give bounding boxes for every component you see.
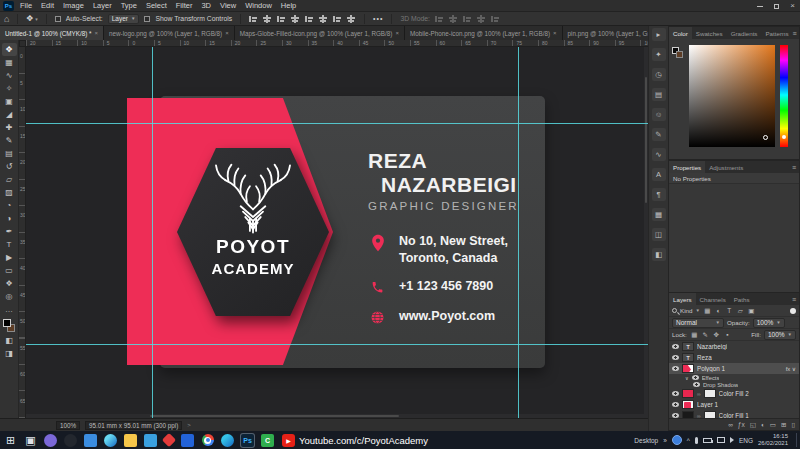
adjustment-layer-icon[interactable]: ◐ xyxy=(761,421,765,428)
taskbar-photoshop-icon[interactable]: Ps xyxy=(241,434,254,447)
libraries-icon[interactable]: ☺ xyxy=(652,108,666,121)
close-icon[interactable]: × xyxy=(225,30,229,36)
zoom-tool-icon[interactable]: ◎ xyxy=(2,290,17,303)
document-tab[interactable]: Mobile-Phone-icon.png @ 100% (Layer 1, R… xyxy=(405,26,563,40)
clock[interactable]: 16:15 26/02/2021 xyxy=(758,433,788,447)
brush-tool-icon[interactable]: ✎ xyxy=(2,134,17,147)
image-layer-thumbnail[interactable] xyxy=(682,400,694,409)
zoom-level-field[interactable]: 100% xyxy=(56,421,80,430)
properties-tab-properties[interactable]: Properties xyxy=(669,161,705,173)
maximize-icon[interactable] xyxy=(774,4,779,9)
history-brush-tool-icon[interactable]: ↺ xyxy=(2,160,17,173)
guide-horizontal-1[interactable] xyxy=(26,123,648,124)
home-icon[interactable]: ⌂ xyxy=(4,14,9,24)
fill-dropdown[interactable]: 100% ▼ xyxy=(764,330,796,340)
foreground-background-swatches[interactable] xyxy=(672,47,686,61)
color-tab-gradients[interactable]: Gradients xyxy=(727,27,762,39)
clone-stamp-tool-icon[interactable]: ▤ xyxy=(2,147,17,160)
pen-tool-icon[interactable]: ✒ xyxy=(2,225,17,238)
pixel-filter-icon[interactable]: ▦ xyxy=(703,307,712,315)
distribute-horizontal-icon[interactable] xyxy=(333,15,342,23)
taskbar-dropbox-icon[interactable] xyxy=(181,434,194,447)
taskbar-chrome-icon[interactable] xyxy=(201,434,214,447)
link-layers-icon[interactable]: ∞ xyxy=(728,421,733,428)
fill-color-thumbnail[interactable] xyxy=(682,389,694,398)
close-icon[interactable]: × xyxy=(553,30,557,36)
lock-all-icon[interactable]: ▪ xyxy=(723,331,732,339)
align-top-icon[interactable] xyxy=(291,15,300,23)
eraser-tool-icon[interactable]: ▱ xyxy=(2,173,17,186)
path-select-tool-icon[interactable]: ▶ xyxy=(2,251,17,264)
healing-tool-icon[interactable]: ✚ xyxy=(2,121,17,134)
lock-transparency-icon[interactable]: ▦ xyxy=(690,331,699,339)
align-middle-icon[interactable] xyxy=(305,15,314,23)
layer-mask-icon[interactable]: ◱ xyxy=(750,421,756,429)
color-tab-swatches[interactable]: Swatches xyxy=(692,27,727,39)
opacity-dropdown[interactable]: 100% ▼ xyxy=(753,318,785,328)
close-icon[interactable]: × xyxy=(395,30,399,36)
layer-row-effects[interactable]: ∨Effects xyxy=(669,374,799,381)
delete-layer-icon[interactable]: ▯ xyxy=(791,421,795,429)
character-icon[interactable]: A xyxy=(652,168,666,181)
taskbar-task-view-icon[interactable]: ▣ xyxy=(24,434,37,447)
type-tool-icon[interactable]: T xyxy=(2,238,17,251)
menu-3d[interactable]: 3D xyxy=(201,1,211,10)
document-tab[interactable]: Untitled-1 @ 100% (CMYK/8) *× xyxy=(0,26,104,40)
canvas[interactable]: POYOT ACADEMY REZA NAZARBEIGI GRAPHIC DE… xyxy=(26,47,648,418)
new-layer-icon[interactable]: ⊞ xyxy=(781,421,786,429)
gradient-tool-icon[interactable]: ▨ xyxy=(2,186,17,199)
align-right-icon[interactable] xyxy=(277,15,286,23)
language-indicator[interactable]: ENG xyxy=(739,437,753,444)
color-tab-patterns[interactable]: Patterns xyxy=(761,27,792,39)
chevron-down-icon[interactable]: ∨ xyxy=(685,375,689,381)
document-tab[interactable]: new-logo.png @ 100% (Layer 1, RGB/8)× xyxy=(104,26,235,40)
properties-tab-adjustments[interactable]: Adjustments xyxy=(705,161,747,173)
guide-vertical-1[interactable] xyxy=(152,47,153,418)
document-tab[interactable]: Maps-Globe-Filled-icon.png @ 100% (Layer… xyxy=(235,26,405,40)
move-tool-icon[interactable]: ✥ xyxy=(26,14,33,23)
taskbar-store-icon[interactable] xyxy=(144,434,157,447)
foreground-background-control[interactable] xyxy=(2,319,16,334)
taskbar-file-explorer-icon[interactable] xyxy=(124,434,137,447)
info-icon[interactable]: ◧ xyxy=(652,248,666,261)
layer-row-nazarbeigi[interactable]: TNazarbeigi xyxy=(669,341,799,352)
show-transform-checkbox[interactable] xyxy=(144,16,150,22)
guide-horizontal-2[interactable] xyxy=(26,344,648,345)
menu-window[interactable]: Window xyxy=(245,1,272,10)
chevron-down-icon[interactable]: ▾ xyxy=(35,16,38,22)
layer-fx-badge[interactable]: fx ∨ xyxy=(786,366,796,372)
eyedropper-tool-icon[interactable]: ◢ xyxy=(2,108,17,121)
network-icon[interactable] xyxy=(717,437,725,443)
lasso-tool-icon[interactable]: ∿ xyxy=(2,69,17,82)
blend-mode-dropdown[interactable]: Normal ▼ xyxy=(672,318,724,328)
background-color-swatch[interactable] xyxy=(676,51,683,58)
clone-source-icon[interactable]: ▤ xyxy=(652,88,666,101)
status-chevron-icon[interactable]: > xyxy=(187,422,191,428)
taskbar-app-swoosh-icon[interactable] xyxy=(104,434,117,447)
visibility-eye-icon[interactable] xyxy=(672,355,679,360)
taskbar-start-icon[interactable]: ⊞ xyxy=(4,434,17,447)
crop-tool-icon[interactable]: ▣ xyxy=(2,95,17,108)
volume-icon[interactable] xyxy=(730,437,734,443)
tray-account-icon[interactable] xyxy=(672,435,682,445)
screen-mode-icon[interactable]: ◨ xyxy=(2,347,17,360)
hand-tool-icon[interactable]: ❖ xyxy=(2,277,17,290)
panel-menu-icon[interactable]: ≡ xyxy=(793,27,800,39)
taskbar-camtasia-icon[interactable]: C xyxy=(261,434,274,447)
color-tab-color[interactable]: Color xyxy=(669,27,692,39)
navigator-icon[interactable]: ✦ xyxy=(652,48,666,61)
taskbar-app-dark-icon[interactable] xyxy=(64,434,77,447)
paths-mini-icon[interactable]: ∿ xyxy=(652,148,666,161)
layers-tab-channels[interactable]: Channels xyxy=(696,293,730,305)
taskbar-app-purple-icon[interactable] xyxy=(44,434,57,447)
glyphs-icon[interactable]: ▦ xyxy=(652,208,666,221)
menu-filter[interactable]: Filter xyxy=(176,1,193,10)
layer-style-icon[interactable]: ƒx xyxy=(738,421,745,428)
lock-move-icon[interactable]: ✥ xyxy=(712,331,721,339)
layers-tab-paths[interactable]: Paths xyxy=(730,293,754,305)
filter-kind-dropdown[interactable]: Kind xyxy=(680,307,692,314)
menu-view[interactable]: View xyxy=(220,1,236,10)
layer-row-reza[interactable]: TReza xyxy=(669,352,799,363)
align-left-icon[interactable] xyxy=(249,15,258,23)
menu-help[interactable]: Help xyxy=(281,1,296,10)
